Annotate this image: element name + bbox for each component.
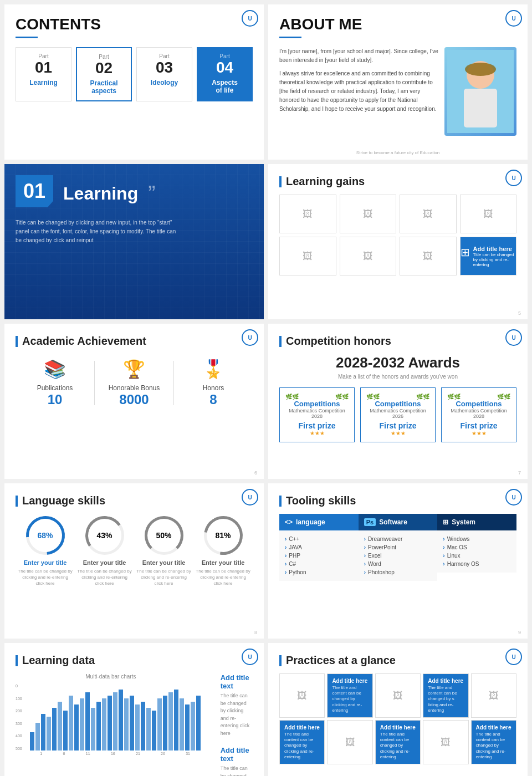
tooling-page-num: 9 xyxy=(518,630,521,635)
x-label-11: 11 xyxy=(86,752,90,755)
competition-year: 2028-2032 Awards xyxy=(279,354,516,371)
tool-macos: Mac OS xyxy=(443,543,511,552)
gains-logo: U xyxy=(505,170,522,186)
bar-chart-wrap: 161116212631 xyxy=(24,684,206,755)
gain-8-icon: ⊞ xyxy=(461,246,470,259)
award-2-stars: ★★★ xyxy=(366,430,429,436)
contents-title: CONTENTS xyxy=(16,16,253,33)
part-03-num: 03 xyxy=(141,59,187,76)
part-04[interactable]: Part 04 Aspectsof life xyxy=(197,47,253,101)
tool-word: Word xyxy=(364,560,432,568)
competition-page-num: 7 xyxy=(518,470,521,476)
lang-81: 81% Enter your title The title can be ch… xyxy=(196,516,251,587)
award-2-name: Competitions xyxy=(366,400,429,408)
practice-blue-1-desc: The title and content can be changed by … xyxy=(332,685,367,714)
gain-3: 🖼 xyxy=(400,195,457,233)
bar-14 xyxy=(102,698,106,751)
academic-publications: 📚 Publications 10 xyxy=(16,359,94,407)
learning-gains-slide: Learning gains U 🖼 🖼 🖼 🖼 🖼 🖼 🖼 ⊞ Add tit… xyxy=(268,164,528,319)
academic-page-num: 6 xyxy=(254,470,257,476)
learning-slide: 01 Learning ” Title can be changed by cl… xyxy=(4,164,264,319)
practices-logo: U xyxy=(505,649,522,665)
tool-harmonyos: Harmony OS xyxy=(443,560,511,568)
gain-5: 🖼 xyxy=(279,237,336,275)
honors-icon: 🎖️ xyxy=(174,359,253,380)
quote-mark: ” xyxy=(148,181,155,206)
bar-25 xyxy=(163,696,167,751)
chart-title: Multi-data bar charts xyxy=(16,673,206,680)
learning-data-title: Learning data xyxy=(16,654,253,667)
chart-section: Multi-data bar charts 500 400 300 200 10… xyxy=(16,673,206,776)
tool-powerpoint: PowerPoint xyxy=(364,543,432,552)
circle-68-wrap: 68% xyxy=(26,516,65,555)
practice-blue-4-desc: The title and content can be changed by … xyxy=(380,732,416,760)
lang-68-desc: The title can be changed by clicking and… xyxy=(18,568,73,587)
practice-blue-3-title: Add title here xyxy=(284,724,320,731)
gain-1: 🖼 xyxy=(279,195,336,233)
x-label-6: 6 xyxy=(63,752,65,755)
bar-27 xyxy=(174,690,178,751)
x-label-16: 16 xyxy=(111,752,115,755)
part-04-name: Aspectsof life xyxy=(202,79,248,94)
practice-blue-5-desc: The title and content can be changed by … xyxy=(476,732,511,760)
tool-cpp: C++ xyxy=(285,535,353,543)
bar-1 xyxy=(30,732,34,751)
tool-excel: Excel xyxy=(364,552,432,560)
part-03[interactable]: Part 03 Ideology xyxy=(136,47,192,101)
bar-20 xyxy=(135,704,140,751)
part-02-num: 02 xyxy=(81,60,126,77)
academic-title: Academic Achievement xyxy=(16,335,253,348)
bar-29 xyxy=(185,704,190,751)
practice-img-3: 🖼 xyxy=(471,673,516,718)
language-slide: Language skills U 68% Enter your title T… xyxy=(4,483,264,639)
part-02[interactable]: Part 02 Practicalaspects xyxy=(76,47,132,101)
tooling-slide: Tooling skills U <> language C++ JAVA PH… xyxy=(268,483,528,639)
y-500: 500 xyxy=(16,747,22,751)
about-image xyxy=(444,47,516,136)
part-03-name: Ideology xyxy=(141,79,187,86)
tool-java: JAVA xyxy=(285,543,353,552)
learning-heading: Learning xyxy=(63,183,138,204)
practice-img-5: 🖼 xyxy=(423,720,468,764)
part-01[interactable]: Part 01 Learning xyxy=(16,47,71,101)
about-slide: ABOUT ME U I'm [your name], from [your s… xyxy=(268,4,528,160)
practice-blue-3-desc: The title and content can be changed by … xyxy=(284,732,320,760)
practices-title: Practices at a glance xyxy=(279,654,516,667)
contents-underline xyxy=(16,37,38,38)
bonus-label: Honorable Bonus xyxy=(95,384,173,392)
learning-num: 01 xyxy=(16,175,53,207)
bar-8 xyxy=(69,696,73,751)
contents-logo: U xyxy=(242,10,258,27)
circle-50-pct: 50% xyxy=(145,516,183,555)
part-01-num: 01 xyxy=(21,59,66,76)
add-desc-2: The title can be changed by clicking and… xyxy=(221,765,253,776)
language-title: Language skills xyxy=(16,494,253,507)
circle-81-wrap: 81% xyxy=(204,516,243,555)
part-02-name: Practicalaspects xyxy=(81,79,126,95)
circle-68-pct: 68% xyxy=(26,516,65,555)
award-2-event: Mathematics Competition 2026 xyxy=(366,408,429,419)
tool-linux: Linux xyxy=(443,552,511,560)
honors-label: Honors xyxy=(174,384,253,392)
system-header-label: System xyxy=(452,518,475,526)
competition-title: Competition honors xyxy=(279,335,516,348)
bar-5 xyxy=(52,708,57,751)
learning-data-logo: U xyxy=(242,649,258,665)
about-title: ABOUT ME xyxy=(279,16,516,33)
bar-9 xyxy=(74,704,79,751)
circle-43-wrap: 43% xyxy=(85,516,124,555)
language-logo: U xyxy=(242,489,258,506)
award-3-stars: ★★★ xyxy=(447,430,510,436)
tooling-logo: U xyxy=(505,489,522,506)
practice-blue-1-title: Add title here xyxy=(332,678,367,684)
academic-items: 📚 Publications 10 🏆 Honorable Bonus 8000… xyxy=(16,359,253,407)
about-underline xyxy=(279,37,301,38)
bar-4 xyxy=(47,717,51,751)
chart-labels: 161116212631 xyxy=(24,751,206,755)
circle-81-pct: 81% xyxy=(204,516,243,555)
award-1-name: Competitions xyxy=(285,400,349,408)
windows-icon: ⊞ xyxy=(443,518,448,526)
bar-30 xyxy=(191,702,195,751)
lang-43-desc: The title can be changed by clicking and… xyxy=(77,568,132,587)
tool-dreamweaver: Dreamweaver xyxy=(364,535,432,543)
